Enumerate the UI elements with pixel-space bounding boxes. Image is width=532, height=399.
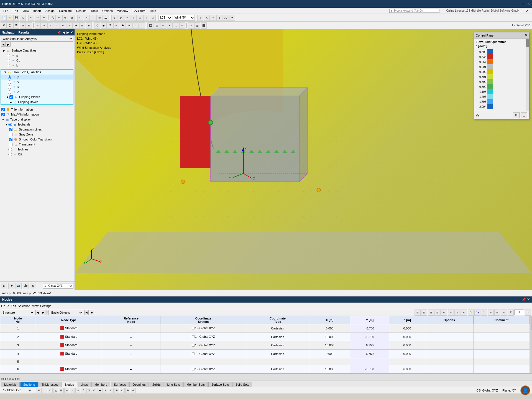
t2-r[interactable]: 🔲 (147, 22, 154, 29)
sb-1[interactable]: ⊕ (37, 388, 42, 393)
td-expand[interactable]: ▼ (1, 118, 5, 121)
pagination-end[interactable]: ▶| (17, 377, 20, 380)
sb-5[interactable]: ⊞ (59, 388, 64, 393)
menu-file[interactable]: File (1, 9, 11, 13)
t2-j[interactable]: ⬡ (94, 22, 100, 29)
node-number-input[interactable] (514, 310, 524, 315)
nt-8[interactable]: ⊚ (461, 310, 467, 316)
nav-camera-btn[interactable]: 📷 (16, 283, 22, 289)
open-btn[interactable]: 📂 (7, 15, 13, 21)
status-cs-dropdown[interactable]: 1 - Global XYZ (2, 388, 32, 393)
sq-k-item[interactable]: ≡ k (0, 63, 75, 68)
tab-surfaces[interactable]: Surfaces (111, 382, 129, 387)
sb-9[interactable]: ⧖ (81, 388, 86, 393)
select-btn[interactable]: ↖ (77, 15, 83, 21)
off-radio[interactable] (8, 153, 12, 156)
nav-eye-btn[interactable]: 👁 (8, 283, 14, 289)
menu-assign[interactable]: Assign (43, 9, 57, 13)
viewport-3d[interactable]: Z X Y Z X Y (75, 29, 532, 290)
analysis-dropdown[interactable]: Wind Simulation Analysis (1, 36, 73, 42)
menu-help[interactable]: Help (148, 9, 158, 13)
menu-insert[interactable]: Insert (31, 9, 43, 13)
surface-btn[interactable]: ▭ (96, 15, 103, 21)
sb-6[interactable]: ↔ (64, 388, 69, 393)
sb-7[interactable]: ↕ (70, 388, 75, 393)
r6[interactable]: ✦ (229, 15, 235, 21)
ffq-clip-planes-item[interactable]: ▼ ✂ Clipping Planes (1, 94, 73, 99)
maximize-btn[interactable]: □ (522, 2, 524, 6)
minimize-btn[interactable]: ─ (517, 2, 519, 6)
table-row[interactable]: 1 Standard -- 1 - Global XYZ Cartesian 0… (0, 324, 530, 333)
nav-close-btn[interactable]: ✕ (70, 31, 73, 34)
nt-fx1[interactable]: fx (468, 310, 474, 316)
pagination-prev[interactable]: |◀ (1, 377, 4, 380)
t2-s[interactable]: ▤ (154, 22, 160, 29)
smooth-color-check[interactable] (9, 138, 12, 141)
sb-16[interactable]: ⊙ (120, 388, 125, 393)
nt-1[interactable]: ⊡ (415, 310, 421, 316)
nav-prev-analysis[interactable]: ◀ (1, 42, 6, 47)
nt-fx3[interactable]: fx² (481, 310, 487, 316)
redo-btn[interactable]: ↪ (35, 15, 41, 21)
tab-members[interactable]: Members (91, 382, 110, 387)
undo-btn[interactable]: ↩ (28, 15, 34, 21)
ffq-cp-expand[interactable]: ▼ (6, 96, 9, 99)
nodes-structure-dropdown[interactable]: Structure (1, 310, 34, 315)
iso-expand[interactable]: ▼ (4, 123, 8, 126)
t2-d[interactable]: ↓ (54, 22, 60, 29)
sq-k-radio[interactable] (7, 64, 10, 67)
nodes-edit[interactable]: Edit (11, 304, 16, 308)
title-info-check[interactable] (1, 108, 5, 111)
menu-calculate[interactable]: Calculate (57, 9, 74, 13)
ffq-v-item[interactable]: ≡ v (1, 80, 73, 85)
title-info-item[interactable]: 🅣 Title Information (0, 107, 75, 112)
window-controls[interactable]: ─ □ ✕ (517, 2, 530, 6)
t2-o[interactable]: ✖ (126, 22, 132, 29)
nodes-objects-dropdown[interactable]: Basic Objects (50, 310, 83, 315)
transparent-item[interactable]: ◻ Transparent (0, 142, 75, 147)
nodes-settings[interactable]: Settings (40, 304, 51, 308)
sep-lines-check[interactable] (9, 128, 12, 131)
ffq-clip-boxes-item[interactable]: ▶ ⬚ Clipping Boxes (1, 99, 73, 104)
t4[interactable]: ⋮ (131, 15, 137, 21)
ffq-eps-radio[interactable] (8, 90, 11, 94)
close-btn[interactable]: ✕ (527, 2, 530, 6)
nt-help[interactable]: ? (525, 310, 531, 316)
sb-2[interactable]: ○ (42, 388, 47, 393)
pagination-forward[interactable]: ▶ (15, 377, 17, 380)
nt-3[interactable]: ⊠ (428, 310, 434, 316)
sb-18[interactable]: ⊚ (131, 388, 136, 393)
table-row[interactable]: 4 Standard -- 1 - Global XYZ Cartesian 0… (0, 350, 530, 358)
flow-field-quantities-item[interactable]: ▼ 🗂 Flow Field Quantities (1, 70, 73, 75)
line-btn[interactable]: / (90, 15, 96, 21)
nt-4[interactable]: ⊟ (434, 310, 441, 316)
nt-9[interactable]: ≋ (488, 310, 494, 316)
sb-12[interactable]: ✱ (98, 388, 103, 393)
nodes-prev-btn[interactable]: ◀ (35, 310, 40, 315)
nav-next-analysis[interactable]: ▶ (6, 42, 11, 47)
t2-4[interactable]: ⊡ (20, 22, 26, 29)
nav-layers-btn[interactable]: ⊞ (1, 283, 7, 289)
nt-11[interactable]: ⊗ (501, 310, 507, 316)
node-btn[interactable]: ● (84, 15, 90, 21)
t7[interactable]: □ (150, 15, 156, 21)
nodes-selection[interactable]: Selection (18, 304, 30, 308)
rotate-btn[interactable]: ↻ (56, 15, 62, 21)
t2-3[interactable]: ☰ (13, 22, 19, 29)
separation-lines-item[interactable]: ▬ Separation Lines (0, 127, 75, 132)
menu-cad-bim[interactable]: CAD-BIM (130, 9, 147, 13)
nodes-pin-btn[interactable]: 📌 (522, 298, 526, 301)
cp-close-btn[interactable]: ✕ (525, 34, 527, 37)
t2-z[interactable]: ⬛ (201, 22, 207, 29)
sb-17[interactable]: ⊛ (125, 388, 130, 393)
t2[interactable]: ⊗ (118, 15, 124, 21)
sq-cp-item[interactable]: ≡ Cp (0, 58, 75, 63)
sq-p-radio[interactable] (7, 54, 10, 57)
menu-options[interactable]: Options (100, 9, 115, 13)
tab-thicknesses[interactable]: Thicknesses (39, 382, 62, 387)
cp-btn-2[interactable]: 📋 (521, 112, 527, 118)
ffq-expand[interactable]: ▼ (3, 71, 7, 74)
nt-6[interactable]: ↔ (448, 310, 454, 316)
menu-results[interactable]: Results (74, 9, 89, 13)
smooth-color-item[interactable]: 🎨 Smooth Color Transition (0, 137, 75, 142)
